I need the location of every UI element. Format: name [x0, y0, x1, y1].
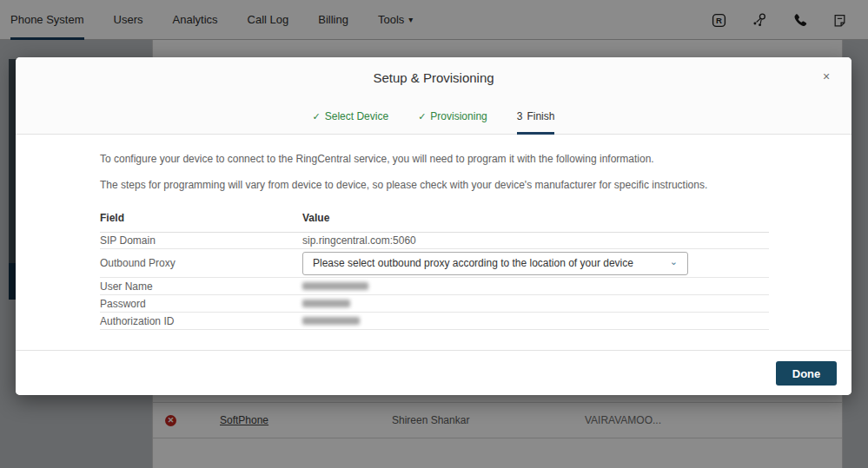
- row-authorization-id: Authorization ID: [100, 313, 769, 330]
- outbound-proxy-select[interactable]: Please select outbound proxy according t…: [302, 252, 688, 275]
- column-header-value: Value: [302, 212, 769, 224]
- row-outbound-proxy: Outbound Proxy Please select outbound pr…: [100, 249, 769, 278]
- check-icon: ✓: [313, 111, 321, 122]
- close-icon[interactable]: ×: [818, 69, 834, 84]
- dialog-title: Setup & Provisioning: [16, 57, 851, 85]
- dialog-footer: Done: [16, 350, 851, 395]
- intro-text-2: The steps for programming will vary from…: [100, 179, 769, 191]
- row-password: Password: [100, 295, 769, 313]
- step-provisioning[interactable]: ✓ Provisioning: [418, 110, 487, 135]
- outbound-proxy-select-value: Please select outbound proxy according t…: [313, 257, 633, 269]
- chevron-down-icon: ⌄: [670, 256, 678, 267]
- check-icon: ✓: [418, 111, 426, 122]
- sip-domain-value: sip.ringcentral.com:5060: [302, 234, 769, 247]
- step-finish[interactable]: 3 Finish: [517, 110, 555, 135]
- redacted-password-value: [302, 300, 350, 307]
- dialog-header: Setup & Provisioning × ✓ Select Device ✓…: [16, 57, 851, 135]
- row-sip-domain: SIP Domain sip.ringcentral.com:5060: [100, 233, 769, 249]
- provisioning-info-table: Field Value SIP Domain sip.ringcentral.c…: [100, 210, 769, 330]
- setup-provisioning-dialog: Setup & Provisioning × ✓ Select Device ✓…: [16, 57, 851, 395]
- row-user-name: User Name: [100, 278, 769, 295]
- redacted-user-name-value: [302, 282, 368, 290]
- redacted-authorization-id-value: [302, 317, 360, 325]
- step-label: Provisioning: [430, 110, 487, 122]
- column-header-field: Field: [100, 212, 302, 224]
- step-select-device[interactable]: ✓ Select Device: [313, 110, 389, 135]
- step-label: Finish: [527, 110, 554, 122]
- done-button[interactable]: Done: [776, 361, 837, 386]
- intro-text-1: To configure your device to connect to t…: [100, 153, 769, 165]
- sip-domain-label: SIP Domain: [100, 234, 302, 247]
- password-label: Password: [100, 298, 302, 310]
- wizard-steps: ✓ Select Device ✓ Provisioning 3 Finish: [16, 110, 851, 135]
- dialog-body: To configure your device to connect to t…: [16, 135, 851, 330]
- authorization-id-label: Authorization ID: [100, 315, 302, 327]
- user-name-label: User Name: [100, 280, 302, 293]
- outbound-proxy-label: Outbound Proxy: [100, 257, 302, 269]
- step-number: 3: [517, 110, 523, 122]
- step-label: Select Device: [325, 110, 388, 122]
- table-header-row: Field Value: [100, 210, 769, 233]
